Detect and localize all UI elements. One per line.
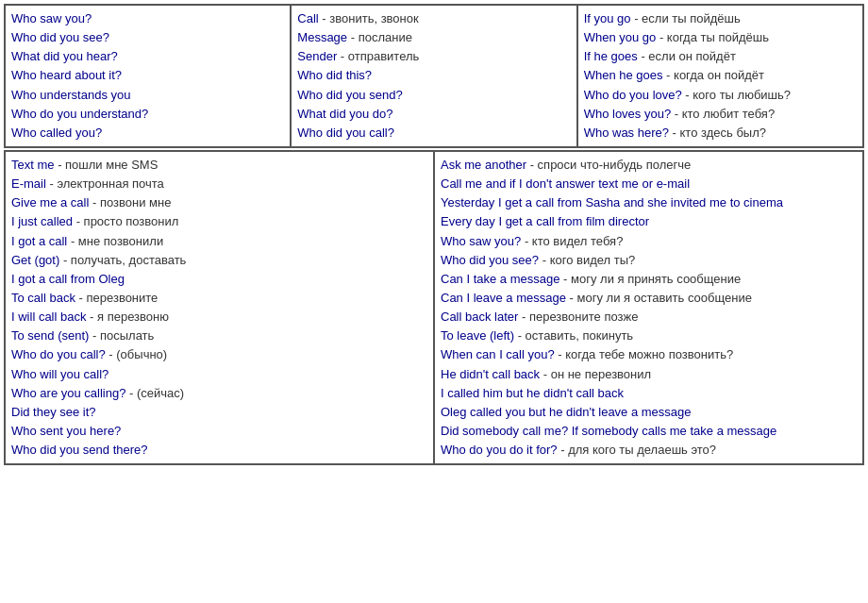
top-col1: Who saw you?Who did you see?What did you… — [5, 5, 291, 147]
bottom-col2: Ask me another - спроси что-нибудь полег… — [434, 151, 863, 464]
bottom-col1: Text me - пошли мне SMSE-mail - электрон… — [5, 151, 434, 464]
top-col2: Call - звонить, звонокMessage - послание… — [291, 5, 576, 147]
top-col3: If you go - если ты пойдёшьWhen you go -… — [577, 5, 863, 147]
bottom-section: Text me - пошли мне SMSE-mail - электрон… — [4, 150, 864, 465]
top-section: Who saw you?Who did you see?What did you… — [4, 4, 864, 148]
